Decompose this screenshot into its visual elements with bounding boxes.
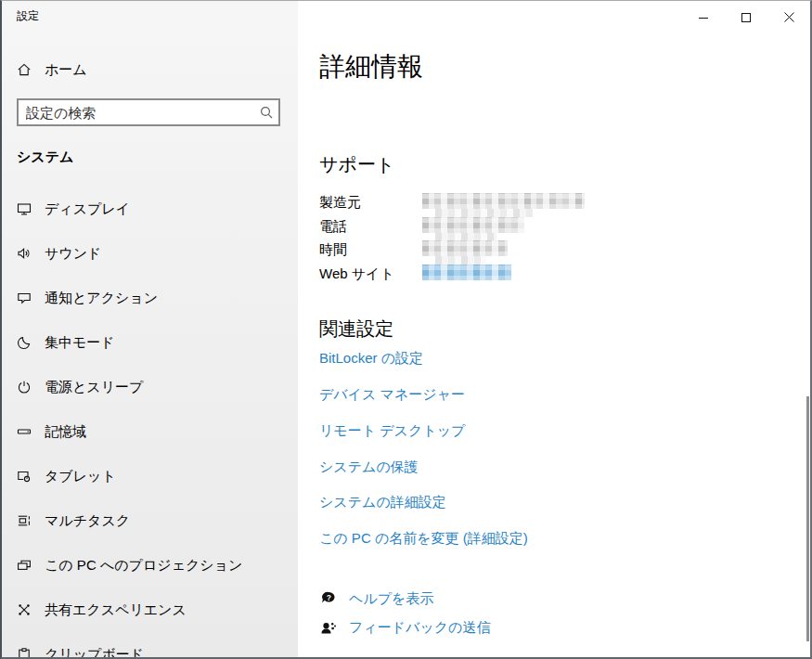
search-icon [259, 105, 274, 120]
sidebar-item-label: ホーム [45, 61, 87, 79]
related-settings-title: 関連設定 [319, 317, 393, 342]
projecting-icon [17, 558, 32, 573]
scrollbar-thumb[interactable] [806, 396, 809, 641]
sidebar-item-focus-assist[interactable]: 集中モード [0, 320, 298, 365]
tablet-icon [17, 469, 32, 484]
redacted-manufacturer-value [422, 193, 585, 209]
link-advanced-system-settings[interactable]: システムの詳細設定 [319, 493, 446, 511]
link-rename-pc[interactable]: この PC の名前を変更 (詳細設定) [319, 529, 528, 548]
window-controls [682, 1, 810, 33]
help-icon: ? [319, 589, 338, 608]
sound-icon [17, 246, 32, 261]
redacted-phone-value [422, 217, 524, 233]
get-help-link[interactable]: ? ヘルプを表示 [319, 589, 433, 608]
maximize-button[interactable] [725, 1, 767, 33]
minimize-button[interactable] [682, 1, 725, 33]
sidebar-section-title: システム [17, 149, 73, 166]
home-icon [17, 62, 32, 77]
window-title: 設定 [17, 8, 39, 24]
link-system-protection[interactable]: システムの保護 [319, 458, 419, 476]
focus-assist-icon [17, 335, 32, 350]
sidebar-item-shared-experiences[interactable]: 共有エクスペリエンス [0, 588, 298, 632]
support-label-website: Web サイト [319, 265, 394, 282]
sidebar: ホーム システム ディスプレイ サウンド [0, 0, 298, 659]
close-button[interactable] [767, 1, 810, 33]
storage-icon [17, 424, 32, 439]
clipboard-icon [17, 647, 32, 659]
send-feedback-link[interactable]: フィードバックの送信 [319, 618, 490, 637]
multitasking-icon [17, 513, 32, 528]
sidebar-item-multitasking[interactable]: マルチタスク [0, 498, 298, 543]
sidebar-item-storage[interactable]: 記憶域 [0, 409, 298, 454]
page-title: 詳細情報 [319, 52, 423, 82]
redacted-website-link[interactable] [422, 265, 511, 280]
support-label-hours: 時間 [319, 241, 347, 258]
sidebar-item-notifications[interactable]: 通知とアクション [0, 276, 298, 320]
notifications-icon [17, 291, 32, 305]
display-icon [17, 201, 32, 216]
sidebar-item-display[interactable]: ディスプレイ [0, 187, 298, 231]
link-device-manager[interactable]: デバイス マネージャー [319, 385, 465, 404]
link-remote-desktop[interactable]: リモート デスクトップ [319, 421, 465, 440]
sidebar-item-power-sleep[interactable]: 電源とスリープ [0, 365, 298, 409]
sidebar-item-projecting-to-pc[interactable]: この PC へのプロジェクション [0, 543, 298, 588]
svg-text:?: ? [327, 593, 331, 602]
settings-window: ホーム システム ディスプレイ サウンド [0, 0, 812, 659]
power-icon [17, 380, 32, 394]
support-section-title: サポート [319, 152, 394, 177]
shared-experiences-icon [17, 602, 32, 617]
feedback-icon [319, 618, 338, 637]
support-label-phone: 電話 [319, 218, 347, 235]
redacted-hours-value [422, 240, 508, 256]
sidebar-item-sound[interactable]: サウンド [0, 231, 298, 276]
sidebar-item-home[interactable]: ホーム [0, 56, 298, 84]
link-bitlocker-settings[interactable]: BitLocker の設定 [319, 349, 423, 368]
main-panel: 詳細情報 サポート 製造元 電話 時間 Web サイト 関連設定 BitLock… [298, 0, 812, 659]
support-label-manufacturer: 製造元 [319, 194, 361, 211]
sidebar-item-clipboard[interactable]: クリップボード [0, 632, 298, 659]
search-input[interactable] [17, 98, 280, 126]
sidebar-item-tablet[interactable]: タブレット [0, 454, 298, 498]
